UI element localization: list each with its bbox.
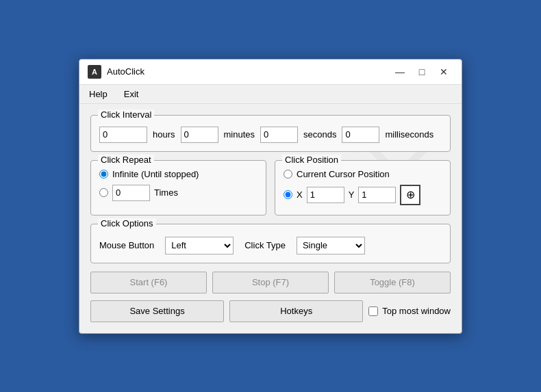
toggle-button[interactable]: Toggle (F8) [334, 272, 451, 293]
y-label: Y [349, 190, 355, 200]
times-label: Times [154, 187, 178, 198]
maximize-button[interactable]: □ [412, 65, 431, 79]
click-repeat-label: Click Repeat [98, 155, 154, 165]
x-input[interactable] [307, 187, 344, 203]
click-type-select[interactable]: Single Double Triple [297, 237, 365, 254]
minimize-button[interactable]: — [390, 65, 410, 79]
times-input[interactable] [112, 185, 150, 201]
click-options-label: Click Options [98, 218, 156, 228]
cursor-label: Current Cursor Position [297, 169, 390, 179]
cursor-row: Current Cursor Position [284, 169, 442, 179]
save-settings-button[interactable]: Save Settings [90, 300, 224, 322]
xy-row: X Y ⊕ [284, 185, 442, 205]
top-window-checkbox[interactable] [368, 306, 378, 316]
click-position-label: Click Position [282, 155, 341, 165]
minutes-input[interactable] [181, 127, 218, 143]
menu-bar: Help Exit [79, 85, 462, 104]
options-row: Mouse Button Left Right Middle Click Typ… [99, 237, 442, 254]
hours-input[interactable] [99, 127, 147, 143]
bottom-row: Save Settings Hotkeys Top most window [90, 300, 451, 322]
times-radio[interactable] [99, 188, 108, 197]
window-controls: — □ ✕ [390, 65, 453, 79]
click-options-section: Click Options Mouse Button Left Right Mi… [90, 224, 451, 263]
mouse-button-select[interactable]: Left Right Middle [165, 237, 234, 254]
infinite-row: Infinite (Until stopped) [99, 169, 257, 179]
action-buttons: Start (F6) Stop (F7) Toggle (F8) [90, 272, 451, 293]
interval-row: hours minutes seconds milliseconds [99, 127, 442, 143]
milliseconds-label: milliseconds [385, 129, 433, 140]
minutes-label: minutes [224, 129, 255, 140]
infinite-label: Infinite (Until stopped) [112, 169, 199, 179]
hours-label: hours [153, 129, 175, 140]
seconds-label: seconds [303, 129, 336, 140]
infinite-radio[interactable] [99, 170, 108, 179]
times-row: Times [99, 185, 257, 201]
crosshair-button[interactable]: ⊕ [400, 185, 420, 205]
main-window: A AutoClick — □ ✕ Help Exit ↖↗ Click Int… [79, 59, 462, 334]
seconds-input[interactable] [260, 127, 298, 143]
milliseconds-input[interactable] [342, 127, 379, 143]
top-window-label: Top most window [368, 306, 451, 316]
mouse-button-label: Mouse Button [99, 240, 154, 250]
close-button[interactable]: ✕ [434, 65, 453, 79]
xy-radio[interactable] [284, 190, 292, 199]
app-logo: A [88, 65, 101, 79]
click-interval-section: Click Interval hours minutes seconds mil… [90, 115, 451, 152]
y-input[interactable] [358, 187, 396, 203]
content-area: ↖↗ Click Interval hours minutes seconds … [79, 104, 462, 333]
click-repeat-section: Click Repeat Infinite (Until stopped) Ti… [90, 160, 266, 215]
cursor-radio[interactable] [284, 170, 292, 179]
menu-exit[interactable]: Exit [120, 88, 143, 101]
start-button[interactable]: Start (F6) [90, 272, 207, 293]
x-label: X [297, 190, 303, 200]
hotkeys-button[interactable]: Hotkeys [229, 300, 363, 322]
click-interval-label: Click Interval [98, 109, 154, 120]
click-type-label: Click Type [244, 240, 286, 250]
menu-help[interactable]: Help [85, 88, 112, 101]
middle-sections: Click Repeat Infinite (Until stopped) Ti… [90, 160, 451, 215]
stop-button[interactable]: Stop (F7) [212, 272, 329, 293]
window-title: AutoClick [107, 66, 390, 77]
title-bar: A AutoClick — □ ✕ [79, 60, 462, 85]
click-position-section: Click Position Current Cursor Position X… [275, 160, 451, 215]
